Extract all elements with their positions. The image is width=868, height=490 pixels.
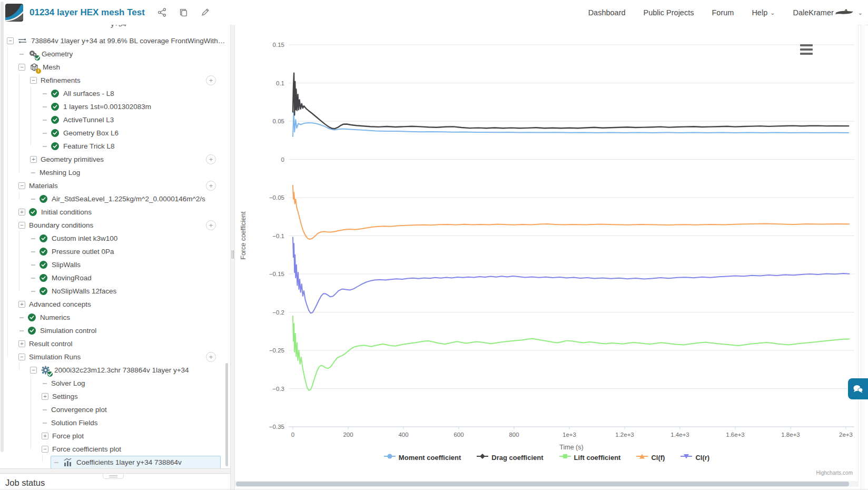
series-cl-f- [293,185,849,239]
legend-item-cl-f-[interactable]: Cl(f) [636,453,665,462]
add-button[interactable]: + [206,220,216,230]
tree-row[interactable]: All surfaces - L8 [0,87,230,100]
tree-connector-dash [43,93,47,94]
tree-connector-dash [31,199,35,200]
expand-toggle[interactable]: + [18,301,25,308]
tree-row[interactable]: −!Mesh [0,61,230,74]
tree-row[interactable]: ActiveTunnel L3 [0,113,230,126]
legend-item-cl-r-[interactable]: Cl(r) [680,453,709,462]
chevron-down-icon: ⌄ [770,9,775,16]
tree-row[interactable]: Air_StdSeaLevel_1.225kg/m^2_0.0000146m^2… [0,192,230,205]
nav-item-dashboard[interactable]: Dashboard [588,8,626,17]
job-panel-collapse-handle[interactable] [103,474,124,479]
nav-item-dalekramer[interactable]: DaleKramer [793,8,833,17]
tree-row[interactable]: MovingRoad [0,271,230,285]
collapse-toggle[interactable]: − [18,354,25,360]
legend-item-moment-coefficient[interactable]: Moment coefficient [384,453,461,462]
add-button[interactable]: + [206,75,216,85]
tree-row[interactable]: NoSlipWalls 12faces [0,285,230,298]
user-avatar-plane[interactable] [834,8,855,17]
tree-row[interactable]: −Force coefficients plot [0,443,230,456]
tree-connector-dash [19,330,24,331]
horizontal-scrollbar-thumb[interactable] [236,482,849,486]
add-button[interactable]: + [206,352,216,362]
tree-row[interactable]: Feature Trick L8 [0,140,230,153]
vertical-scrollbar-thumb[interactable] [1,2,4,452]
collapse-toggle[interactable]: − [30,77,37,84]
collapse-toggle[interactable]: − [42,446,48,453]
legend-item-drag-coefficient[interactable]: Drag coefficient [477,453,543,462]
tree-row[interactable]: Pressure outlet 0Pa [0,245,230,258]
panel-splitter[interactable] [230,25,235,490]
tree-row-label: All surfaces - L8 [63,90,114,97]
nav-item-public-projects[interactable]: Public Projects [644,8,694,17]
tree-row[interactable]: +Result control [0,337,230,350]
tree-row[interactable]: −2000i32c23m12.3chr 738864v 1layer y+34 [0,364,230,377]
tree-row[interactable]: +Advanced concepts [0,298,230,311]
tree-row[interactable]: +Force plot [0,429,230,443]
tree-row[interactable]: +Geometry primitives+ [0,153,230,166]
tree-row[interactable]: Solver Log [0,377,230,390]
tree-row-label: Refinements [41,76,81,84]
tree-row[interactable]: +Initial conditions [0,205,230,219]
tree-connector-dash [31,291,35,292]
nav-item-forum[interactable]: Forum [712,8,734,17]
expand-toggle[interactable]: + [42,433,48,439]
tree-row[interactable]: Geometry Box L6 [0,126,230,140]
tree-row-selected[interactable]: Coefficients 1layer y+34 738864v [0,456,230,468]
legend-item-lift-coefficient[interactable]: Lift coefficient [559,453,621,462]
tree-row[interactable]: +Settings [0,390,230,403]
nav-item-help[interactable]: Help⌄ [752,8,775,17]
tree-row-label: Custom inlet k3w100 [52,234,117,242]
collapse-toggle[interactable]: − [18,182,25,189]
check-icon [51,129,59,137]
edit-pencil-icon[interactable] [201,8,210,17]
collapse-toggle[interactable]: − [18,222,25,229]
tree-scrollbar-thumb[interactable] [225,363,228,466]
tree-row-label: NoSlipWalls 12faces [52,287,116,295]
tree-row[interactable]: Simulation control [0,324,230,337]
simscale-logo[interactable] [5,4,23,22]
collapse-toggle[interactable]: − [18,64,25,71]
triangle-down-marker-icon [680,453,692,462]
tree-row[interactable]: Geometry [0,47,230,61]
tree-row[interactable]: Custom inlet k3w100 [0,232,230,245]
tree-row[interactable]: Meshing Log [0,166,230,179]
tree-row-label: Settings [52,393,78,400]
check-badge-icon [47,371,53,377]
expand-toggle[interactable]: + [18,209,25,215]
x-tick-label: 1.6e+3 [726,432,745,438]
highcharts-credit[interactable]: Highcharts.com [816,470,853,476]
add-button[interactable]: + [206,181,216,191]
tree-row[interactable]: Numerics [0,311,230,324]
share-icon[interactable] [157,8,166,17]
chart-legend: Moment coefficientDrag coefficientLift c… [235,453,859,462]
tree-row-label: Geometry Box L6 [63,129,119,137]
collapse-toggle[interactable]: − [7,37,14,44]
tree-row[interactable]: −Materials+ [0,179,230,192]
tree-row-label: Materials [29,182,58,190]
expand-toggle[interactable]: + [42,393,48,400]
y-axis-title: Force coefficient [240,211,247,260]
mesh-icon: ! [29,62,39,72]
expand-toggle[interactable]: + [18,340,25,347]
tree-row[interactable]: 1 layers 1st=0.001302083m [0,100,230,113]
tree-row[interactable]: −Simulation Runs+ [0,350,230,364]
add-button[interactable]: + [206,154,216,164]
chat-button[interactable] [848,378,868,399]
duplicate-icon[interactable] [179,8,188,17]
chart-context-menu-icon[interactable] [800,44,813,55]
tree-row[interactable]: SlipWalls [0,258,230,271]
user-menu-chevron-icon[interactable]: ⌄ [858,9,863,16]
tree-row[interactable]: Convergence plot [0,403,230,416]
expand-toggle[interactable]: + [30,156,37,163]
check-icon [40,287,47,295]
tree-row[interactable]: Solution Fields [0,416,230,429]
collapse-toggle[interactable]: − [30,367,37,374]
tree-row-label: Force plot [52,432,84,440]
tree-row[interactable]: −Boundary conditions+ [0,219,230,232]
tree-row[interactable]: −738864v 1layer y+34 at 99.6% BL coverag… [0,34,230,47]
tree-connector-dash [43,106,47,107]
tree-row[interactable]: −Refinements+ [0,74,230,87]
run-gear-icon [41,365,51,375]
